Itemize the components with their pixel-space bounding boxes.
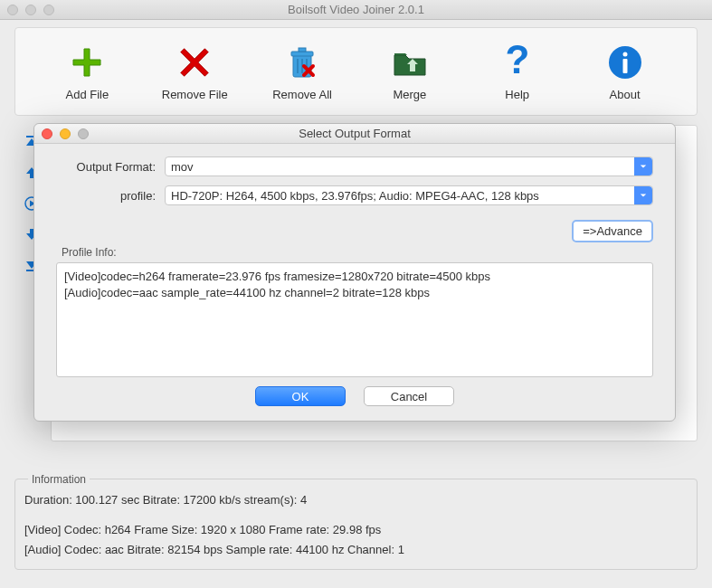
add-file-button[interactable]: Add File	[46, 43, 128, 101]
zoom-icon[interactable]	[43, 5, 54, 15]
remove-file-label: Remove File	[162, 88, 228, 101]
output-format-label: Output Format:	[56, 160, 165, 174]
zoom-icon	[78, 128, 89, 139]
profile-info-label: Profile Info:	[62, 246, 653, 259]
cancel-button[interactable]: Cancel	[364, 386, 454, 406]
close-icon[interactable]	[7, 5, 18, 15]
merge-button[interactable]: Merge	[369, 43, 451, 101]
about-button[interactable]: About	[584, 43, 666, 101]
app-title: Boilsoft Video Joiner 2.0.1	[7, 3, 705, 16]
svg-rect-1	[291, 52, 313, 56]
plus-icon	[67, 43, 107, 82]
main-titlebar: Boilsoft Video Joiner 2.0.1	[0, 0, 712, 20]
help-button[interactable]: ? Help	[477, 43, 558, 101]
dialog-title: Select Output Format	[34, 127, 675, 140]
output-format-value: mov	[171, 160, 194, 174]
minimize-icon[interactable]	[25, 5, 36, 15]
close-icon[interactable]	[42, 128, 52, 139]
main-toolbar: Add File Remove File Remove All	[14, 27, 698, 116]
about-label: About	[610, 88, 641, 101]
information-panel: Information Duration: 100.127 sec Bitrat…	[14, 479, 698, 571]
remove-all-label: Remove All	[272, 88, 332, 101]
advance-button[interactable]: =>Advance	[572, 220, 653, 242]
svg-point-8	[622, 52, 627, 56]
minimize-icon[interactable]	[60, 128, 71, 139]
info-audio-line: [Audio] Codec: aac Bitrate: 82154 bps Sa…	[24, 541, 688, 559]
help-label: Help	[505, 88, 529, 101]
select-output-format-dialog: Select Output Format Output Format: mov …	[33, 123, 676, 422]
chevron-down-icon	[634, 186, 652, 204]
folder-icon	[390, 43, 430, 82]
svg-text:?: ?	[505, 43, 529, 81]
info-icon	[605, 43, 645, 82]
traffic-lights-main	[7, 5, 54, 15]
chevron-down-icon	[634, 157, 652, 175]
profile-value: HD-720P: H264, 4500 kbps, 23.976fps; Aud…	[171, 189, 539, 203]
add-file-label: Add File	[66, 88, 109, 101]
svg-rect-9	[622, 59, 627, 73]
remove-all-button[interactable]: Remove All	[261, 43, 343, 101]
profile-select[interactable]: HD-720P: H264, 4500 kbps, 23.976fps; Aud…	[165, 185, 653, 205]
question-icon: ?	[498, 43, 537, 82]
merge-label: Merge	[393, 88, 426, 101]
svg-rect-2	[299, 48, 306, 52]
information-legend: Information	[28, 473, 90, 486]
info-video-line: [Video] Codec: h264 Frame Size: 1920 x 1…	[24, 521, 688, 539]
ok-button[interactable]: OK	[255, 386, 346, 406]
trash-icon	[282, 43, 322, 82]
x-icon	[175, 43, 214, 82]
profile-label: profile:	[56, 189, 165, 203]
dialog-titlebar: Select Output Format	[34, 124, 675, 144]
info-duration-line: Duration: 100.127 sec Bitrate: 17200 kb/…	[24, 491, 688, 509]
profile-info-textarea[interactable]: [Video]codec=h264 framerate=23.976 fps f…	[56, 262, 653, 377]
output-format-select[interactable]: mov	[165, 156, 653, 176]
remove-file-button[interactable]: Remove File	[154, 43, 235, 101]
